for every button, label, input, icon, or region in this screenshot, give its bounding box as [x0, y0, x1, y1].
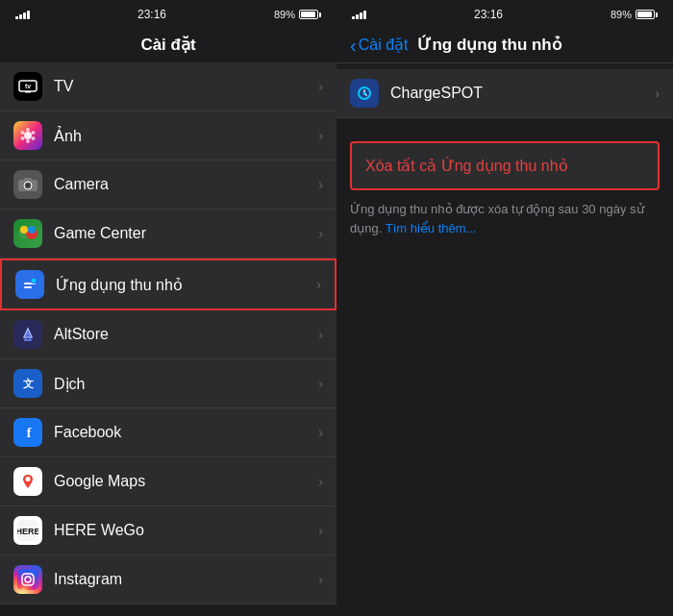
svg-point-36	[32, 575, 34, 577]
icon-camera	[13, 170, 42, 199]
svg-rect-33	[17, 569, 38, 590]
offload-chevron: ›	[316, 277, 321, 292]
facebook-chevron: ›	[318, 425, 323, 440]
rbar1	[352, 16, 355, 19]
battery-body-left	[299, 10, 318, 19]
svg-text:f: f	[27, 426, 32, 440]
chargespot-row[interactable]: ChargeSPOT ›	[336, 69, 673, 118]
svg-point-39	[363, 92, 366, 95]
svg-point-7	[26, 139, 30, 143]
settings-item-instagram[interactable]: Instagram ›	[0, 555, 336, 604]
battery-tip-left	[319, 12, 321, 17]
rbar2	[356, 14, 359, 19]
svg-point-6	[32, 136, 36, 140]
photos-label: Ảnh	[54, 127, 312, 145]
battery-fill-right	[637, 12, 652, 17]
svg-rect-1	[25, 91, 31, 93]
battery-icon-left	[299, 10, 321, 19]
chargespot-label: ChargeSPOT	[390, 85, 655, 102]
dich-chevron: ›	[318, 376, 323, 391]
altstore-chevron: ›	[318, 327, 323, 342]
svg-point-9	[21, 131, 25, 135]
herewego-label: HERE WeGo	[54, 522, 312, 539]
tv-label: TV	[54, 78, 312, 95]
chargespot-icon	[350, 79, 379, 108]
dich-label: Dịch	[54, 375, 312, 393]
battery-body-right	[636, 10, 655, 19]
offload-label: Ứng dụng thu nhỏ	[56, 276, 311, 294]
googlemaps-label: Google Maps	[54, 473, 312, 490]
settings-item-altstore[interactable]: AltStore ›	[0, 310, 336, 359]
instagram-chevron: ›	[318, 572, 323, 587]
battery-left: 89%	[274, 9, 321, 20]
svg-point-21	[31, 278, 37, 283]
rbar3	[360, 12, 362, 19]
svg-point-3	[24, 132, 32, 139]
battery-fill-left	[301, 12, 315, 17]
settings-item-dich[interactable]: 文 Dịch ›	[0, 359, 336, 408]
page-title-left: Cài đặt	[0, 27, 336, 62]
svg-rect-20	[24, 286, 32, 288]
svg-text:tv: tv	[25, 83, 31, 89]
tv-chevron: ›	[318, 79, 323, 94]
chargespot-chevron: ›	[655, 86, 660, 101]
xoa-row[interactable]: Xóa tất cả Ứng dụng thu nhỏ	[352, 143, 658, 188]
icon-herewego: HERE	[13, 516, 42, 545]
right-nav-bar: ‹ Cài đặt Ứng dụng thu nhỏ	[336, 27, 673, 63]
right-nav-title: Ứng dụng thu nhỏ	[417, 35, 561, 55]
settings-item-gamecenter[interactable]: Game Center ›	[0, 209, 336, 259]
herewego-chevron: ›	[318, 523, 323, 538]
back-button[interactable]: ‹ Cài đặt	[350, 36, 408, 55]
time-right: 23:16	[474, 8, 503, 21]
photos-chevron: ›	[318, 128, 323, 143]
icon-gamecenter	[13, 219, 42, 248]
settings-item-herewego[interactable]: HERE HERE WeGo ›	[0, 506, 336, 555]
right-content: ChargeSPOT › Xóa tất cả Ứng dụng thu nhỏ…	[336, 63, 673, 616]
settings-list: tv TV › Ảnh ›	[0, 62, 336, 616]
icon-altstore	[13, 320, 42, 349]
rbar4	[363, 11, 366, 19]
svg-point-16	[20, 226, 28, 234]
battery-percent-right: 89%	[611, 9, 632, 20]
googlemaps-chevron: ›	[318, 474, 323, 489]
svg-point-12	[26, 184, 30, 187]
icon-tv: tv	[13, 72, 42, 101]
facebook-label: Facebook	[54, 424, 312, 441]
bar2	[19, 14, 22, 19]
settings-item-facebook[interactable]: f Facebook ›	[0, 408, 336, 457]
back-chevron-icon: ‹	[350, 36, 357, 55]
svg-text:HERE: HERE	[17, 527, 38, 536]
signal-left	[15, 10, 30, 19]
xoa-label: Xóa tất cả Ứng dụng thu nhỏ	[365, 158, 568, 174]
info-link[interactable]: Tìm hiểu thêm...	[386, 221, 477, 235]
icon-offload	[15, 270, 44, 299]
svg-point-5	[32, 131, 36, 135]
divider-space	[336, 118, 673, 126]
settings-item-tv[interactable]: tv TV ›	[0, 62, 336, 111]
settings-item-googlemaps[interactable]: Google Maps ›	[0, 457, 336, 506]
status-bar-left: 23:16 89%	[0, 0, 336, 27]
info-section: Ứng dụng thu nhỏ được xóa tự động sau 30…	[336, 190, 673, 247]
left-panel: 23:16 89% Cài đặt tv TV ›	[0, 0, 336, 616]
settings-item-photos[interactable]: Ảnh ›	[0, 111, 336, 160]
time-left: 23:16	[137, 8, 166, 21]
icon-instagram	[13, 565, 42, 594]
svg-point-8	[21, 136, 25, 140]
icon-facebook: f	[13, 418, 42, 447]
bar1	[15, 16, 18, 19]
svg-point-17	[28, 226, 36, 234]
settings-item-offload[interactable]: Ứng dụng thu nhỏ ›	[0, 259, 336, 310]
signal-bars-left	[15, 10, 30, 19]
battery-right: 89%	[611, 9, 658, 20]
signal-right	[352, 10, 366, 19]
icon-dich: 文	[13, 369, 42, 398]
settings-item-camera[interactable]: Camera ›	[0, 160, 336, 209]
svg-point-4	[26, 128, 30, 132]
battery-icon-right	[636, 10, 658, 19]
bar4	[27, 11, 30, 19]
camera-chevron: ›	[318, 177, 323, 192]
right-panel: 23:16 89% ‹ Cài đặt Ứng dụng thu nhỏ	[336, 0, 673, 616]
signal-bars-right	[352, 10, 366, 19]
xoa-section: Xóa tất cả Ứng dụng thu nhỏ	[350, 141, 660, 190]
svg-text:文: 文	[23, 378, 34, 389]
